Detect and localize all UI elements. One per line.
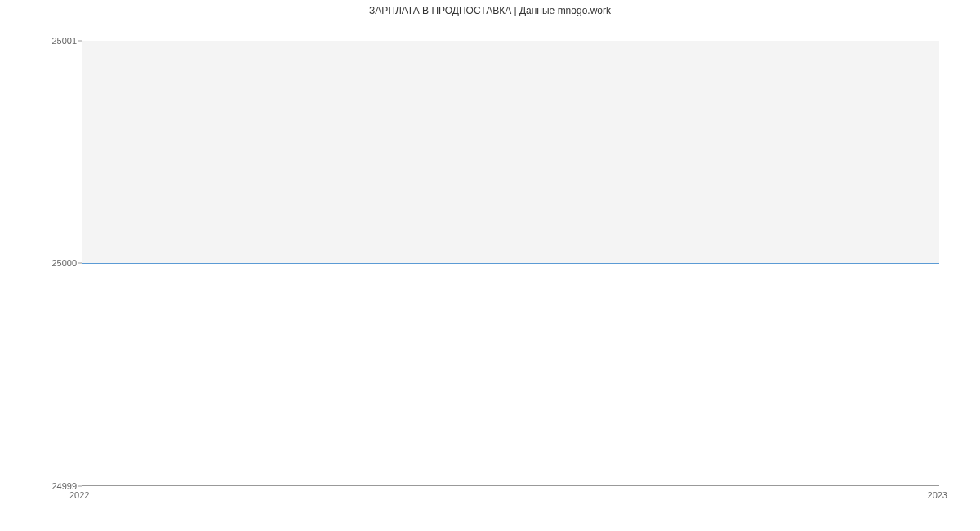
x-axis-tick-label: 2023 (928, 490, 947, 500)
y-tick-mark (78, 41, 82, 42)
plot-shaded-band (82, 41, 939, 263)
x-axis-tick-label: 2022 (69, 490, 89, 500)
y-axis-tick-label: 25001 (51, 36, 77, 46)
y-tick-mark (78, 263, 82, 264)
chart-title: ЗАРПЛАТА В ПРОДПОСТАВКА | Данные mnogo.w… (0, 5, 980, 16)
data-line (82, 263, 939, 264)
chart-container: ЗАРПЛАТА В ПРОДПОСТАВКА | Данные mnogo.w… (0, 0, 980, 531)
y-tick-mark (78, 486, 82, 487)
plot-area (82, 41, 939, 486)
y-axis-tick-label: 25000 (51, 258, 77, 268)
